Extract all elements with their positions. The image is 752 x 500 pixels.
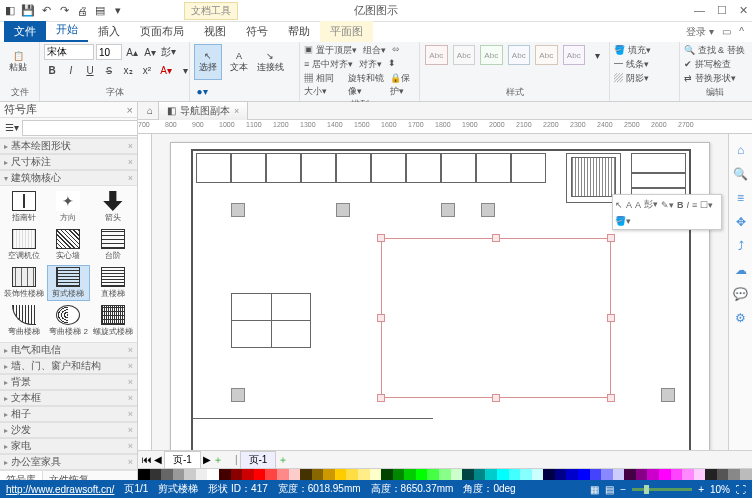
- bottom-tab-library[interactable]: 符号库: [0, 471, 43, 481]
- shape-step[interactable]: 台阶: [92, 227, 134, 263]
- shape-circle-icon[interactable]: ●▾: [194, 83, 210, 99]
- shape-straight-stairs[interactable]: 直楼梯: [92, 265, 134, 301]
- mini-bucket-icon[interactable]: 🪣▾: [615, 216, 631, 226]
- tab-view[interactable]: 视图: [194, 21, 236, 42]
- color-swatch[interactable]: [659, 469, 671, 480]
- same-size-button[interactable]: ▦ 相同大小▾: [304, 72, 342, 98]
- color-swatch[interactable]: [184, 469, 196, 480]
- color-swatch[interactable]: [624, 469, 636, 480]
- tab-plan[interactable]: 平面图: [320, 21, 373, 42]
- page-tab-1[interactable]: 页-1: [164, 451, 201, 469]
- shape-arrow[interactable]: 箭头: [92, 189, 134, 225]
- color-swatch[interactable]: [277, 469, 289, 480]
- tab-layout[interactable]: 页面布局: [130, 21, 194, 42]
- page-add-icon[interactable]: ＋: [213, 453, 223, 467]
- category-wall-door[interactable]: ▸墙、门、窗户和结构×: [0, 358, 137, 374]
- tab-start[interactable]: 开始: [46, 19, 88, 42]
- shape-curve-stairs[interactable]: 弯曲楼梯: [3, 303, 45, 339]
- rotate-button[interactable]: 旋转和镜像▾: [348, 72, 384, 98]
- zoom-out-icon[interactable]: −: [620, 484, 626, 495]
- color-swatch[interactable]: [150, 469, 162, 480]
- mini-align-icon[interactable]: ≡: [692, 200, 697, 210]
- fit-icon[interactable]: ⛶: [736, 484, 746, 495]
- color-swatch[interactable]: [485, 469, 497, 480]
- redo-icon[interactable]: ↷: [58, 5, 70, 17]
- color-swatch[interactable]: [207, 469, 219, 480]
- color-swatch[interactable]: [636, 469, 648, 480]
- tab-file[interactable]: 文件: [4, 21, 46, 42]
- page-add-2-icon[interactable]: ＋: [278, 453, 288, 467]
- color-swatch[interactable]: [694, 469, 706, 480]
- color-swatch[interactable]: [242, 469, 254, 480]
- tab-help[interactable]: 帮助: [278, 21, 320, 42]
- lock-button[interactable]: 🔒保护▾: [390, 72, 415, 98]
- close-icon[interactable]: ✕: [739, 4, 748, 17]
- spell-button[interactable]: ✔ 拼写检查: [684, 58, 731, 71]
- color-swatch[interactable]: [381, 469, 393, 480]
- font-style-icon[interactable]: 彭▾: [160, 44, 176, 60]
- library-menu-icon[interactable]: ☰▾: [4, 120, 20, 136]
- find-button[interactable]: 🔍 查找 & 替换: [684, 44, 745, 57]
- tab-insert[interactable]: 插入: [88, 21, 130, 42]
- category-building-core[interactable]: ▾建筑物核心×: [0, 170, 137, 186]
- color-swatch[interactable]: [254, 469, 266, 480]
- shape-compass[interactable]: 指南针: [3, 189, 45, 225]
- shape-spiral-stairs[interactable]: 螺旋式楼梯: [92, 303, 134, 339]
- color-swatch[interactable]: [427, 469, 439, 480]
- shape-ac[interactable]: 空调机位: [3, 227, 45, 263]
- selection-rect[interactable]: [381, 238, 611, 398]
- color-swatch[interactable]: [566, 469, 578, 480]
- color-swatch[interactable]: [439, 469, 451, 480]
- style-preset-2[interactable]: Abc: [453, 45, 476, 65]
- doc-tab[interactable]: ◧ 导航图副本 ×: [158, 101, 248, 121]
- color-swatch[interactable]: [312, 469, 324, 480]
- page-tab-1b[interactable]: 页-1: [240, 451, 277, 469]
- color-swatch[interactable]: [497, 469, 509, 480]
- style-preset-5[interactable]: Abc: [535, 45, 558, 65]
- connect-tool[interactable]: ↘连接线: [256, 44, 284, 80]
- color-swatch[interactable]: [462, 469, 474, 480]
- color-swatch[interactable]: [289, 469, 301, 480]
- sidebar-close-icon[interactable]: ×: [127, 104, 133, 116]
- color-swatch[interactable]: [231, 469, 243, 480]
- category-office[interactable]: ▸办公室家具×: [0, 454, 137, 470]
- color-swatch[interactable]: [682, 469, 694, 480]
- export-icon[interactable]: ▤: [94, 5, 106, 17]
- strike-icon[interactable]: S̶: [101, 62, 117, 78]
- align-center-button[interactable]: ≡ 居中对齐▾: [304, 58, 353, 71]
- font-decrease-icon[interactable]: A▾: [142, 44, 158, 60]
- paste-button[interactable]: 📋粘贴: [4, 44, 32, 80]
- style-preset-4[interactable]: Abc: [508, 45, 531, 65]
- category-box[interactable]: ▸相子×: [0, 406, 137, 422]
- color-swatch[interactable]: [358, 469, 370, 480]
- color-swatch[interactable]: [219, 469, 231, 480]
- align-button[interactable]: 对齐▾: [359, 58, 382, 71]
- font-size-select[interactable]: [96, 44, 122, 60]
- bold-icon[interactable]: B: [44, 62, 60, 78]
- color-swatch[interactable]: [196, 469, 208, 480]
- print-icon[interactable]: 🖨: [76, 5, 88, 17]
- color-swatch[interactable]: [474, 469, 486, 480]
- color-swatch[interactable]: [728, 469, 740, 480]
- font-name-select[interactable]: [44, 44, 94, 60]
- doc-home-icon[interactable]: ⌂: [142, 103, 158, 119]
- font-increase-icon[interactable]: A▴: [124, 44, 140, 60]
- color-swatch[interactable]: [520, 469, 532, 480]
- category-basic[interactable]: ▸基本绘图形状×: [0, 138, 137, 154]
- category-background[interactable]: ▸背景×: [0, 374, 137, 390]
- color-swatch[interactable]: [705, 469, 717, 480]
- color-swatch[interactable]: [323, 469, 335, 480]
- category-electrical[interactable]: ▸电气和电信×: [0, 342, 137, 358]
- shape-wall[interactable]: 实心墙: [47, 227, 89, 263]
- select-tool[interactable]: ↖选择: [194, 44, 222, 80]
- mini-font-inc-icon[interactable]: A: [626, 200, 632, 210]
- width-button[interactable]: ⬄: [392, 44, 400, 57]
- save-icon[interactable]: 💾: [22, 5, 34, 17]
- login-link[interactable]: 登录 ▾ ▭ ^: [678, 22, 752, 42]
- color-swatch[interactable]: [300, 469, 312, 480]
- color-swatch[interactable]: [590, 469, 602, 480]
- mini-pencil-icon[interactable]: ✎▾: [661, 200, 674, 210]
- rt-home-icon[interactable]: ⌂: [733, 142, 749, 158]
- color-swatch[interactable]: [346, 469, 358, 480]
- rt-layer-icon[interactable]: ≡: [733, 190, 749, 206]
